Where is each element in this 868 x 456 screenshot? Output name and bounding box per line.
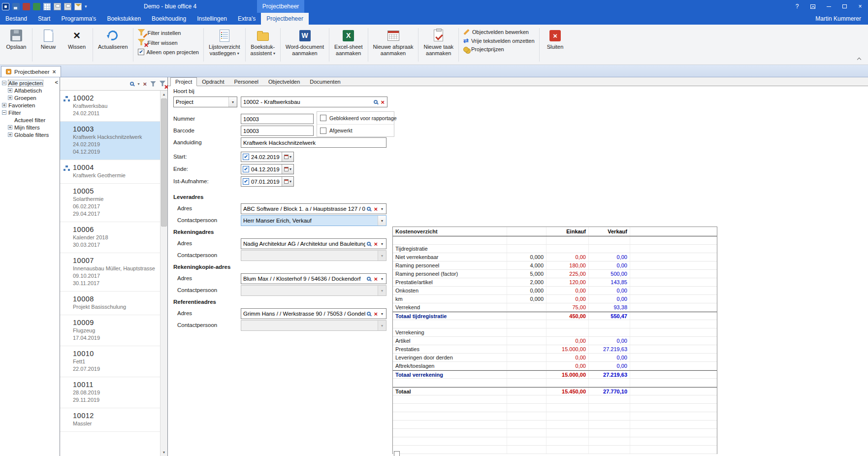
- qat-print-preview-icon[interactable]: [64, 3, 71, 10]
- project-list-item[interactable]: 10012 Massler: [60, 408, 160, 432]
- chevron-down-icon[interactable]: ▾: [379, 242, 385, 246]
- collapse-expander-icon[interactable]: [2, 81, 6, 85]
- chevron-down-icon[interactable]: ▾: [379, 207, 385, 211]
- tree-item-mijn-filters[interactable]: Mijn filters: [0, 124, 60, 131]
- alleen-open-projecten-checkbox[interactable]: Alleen open projecten: [138, 49, 199, 55]
- menu-tab[interactable]: Boekstukken: [101, 13, 146, 25]
- qat-journal-green-icon[interactable]: [33, 3, 40, 10]
- project-list-item[interactable]: 10002 Kraftwerksbau 24.02.2011: [60, 91, 160, 122]
- tab-close-icon[interactable]: ×: [53, 68, 56, 75]
- menu-tab[interactable]: Boekhouding: [146, 13, 192, 25]
- project-list-item[interactable]: 10006 Kalender 2018 30.03.2017: [60, 222, 160, 253]
- collapse-ribbon-chevron-icon[interactable]: [857, 57, 861, 61]
- ende-date-picker[interactable]: 04.12.2019 ▾: [241, 164, 294, 174]
- checkbox-checked-icon[interactable]: [243, 166, 249, 172]
- menu-tab[interactable]: Bestand: [0, 13, 32, 25]
- word-document-aanmaken-button[interactable]: W Word-document aanmaken: [282, 26, 327, 59]
- project-search-input[interactable]: [62, 79, 127, 89]
- search-options-chevron-icon[interactable]: ▾: [137, 82, 139, 86]
- nieuwe-taak-aanmaken-button[interactable]: Nieuwe taak aanmaken: [420, 26, 457, 59]
- geblokkeerd-checkbox[interactable]: Geblokkeerd voor rapportage: [317, 112, 394, 124]
- project-list-item[interactable]: 10005 Solarthermie 06.02.2017 29.04.2017: [60, 184, 160, 222]
- qat-print-icon[interactable]: [54, 3, 61, 10]
- opslaan-button[interactable]: Opslaan: [2, 26, 31, 52]
- checkbox-checked-icon[interactable]: [243, 154, 249, 160]
- search-icon[interactable]: [130, 82, 134, 86]
- tree-item-actueel-filter[interactable]: Actueel filter: [0, 116, 60, 124]
- calendar-dropdown-button[interactable]: ▾: [282, 152, 293, 162]
- ist-aufnahme-date-picker[interactable]: 07.01.2019 ▾: [241, 176, 294, 187]
- leveradres-contact-combo[interactable]: Herr Manser Erich, Verkauf ▾: [241, 215, 386, 226]
- scroll-up-icon[interactable]: ▲: [161, 91, 167, 98]
- project-list-item[interactable]: 10011 28.08.2019 29.11.2019: [60, 377, 160, 408]
- rekeningkopie-contact-combo[interactable]: ▾: [241, 285, 386, 296]
- project-list-item[interactable]: 10003 Kraftwerk Hackschnitzelwerk 24.02.…: [60, 122, 160, 160]
- nieuwe-afspraak-aanmaken-button[interactable]: Nieuwe afspraak aanmaken: [370, 26, 417, 59]
- referentieadres-field[interactable]: Grimm Hans / / Werkstrasse 90 / 75053 / …: [241, 308, 386, 319]
- clear-field-icon[interactable]: ×: [372, 241, 379, 247]
- hoort-bij-field[interactable]: 10002 - Kraftwerksbau ×: [241, 97, 387, 107]
- tree-item-alfabetisch[interactable]: Alfabetisch: [0, 87, 60, 94]
- minimize-button[interactable]: [821, 0, 836, 13]
- barcode-input[interactable]: [241, 126, 314, 136]
- scroll-down-icon[interactable]: ▼: [161, 449, 167, 456]
- ribbon-options-button[interactable]: [805, 0, 821, 13]
- nieuw-button[interactable]: Nieuw: [34, 26, 63, 52]
- rekeningkopie-adres-field[interactable]: Blum Max / / Klosterhof 9 / 54636 / Dock…: [241, 273, 386, 284]
- chevron-down-icon[interactable]: ▾: [379, 277, 385, 281]
- calendar-dropdown-button[interactable]: ▾: [282, 177, 293, 186]
- projectbeheer-document-tab[interactable]: Projectbeheer ×: [1, 66, 61, 77]
- tree-item-alle-projecten[interactable]: Alle projecten: [0, 79, 60, 87]
- expand-expander-icon[interactable]: [8, 125, 12, 130]
- chevron-down-icon[interactable]: ▾: [379, 312, 385, 316]
- project-list-item[interactable]: 10004 Kraftwerk Geothermie: [60, 160, 160, 184]
- collapse-expander-icon[interactable]: [2, 110, 6, 115]
- filter-icon[interactable]: [150, 81, 156, 87]
- qat-customize-chevron-icon[interactable]: ▾: [85, 4, 87, 9]
- project-list-item[interactable]: 10009 Flugzeug 17.04.2019: [60, 315, 160, 346]
- scrollbar-thumb[interactable]: [161, 98, 167, 227]
- start-date-picker[interactable]: 24.02.2019 ▾: [241, 152, 294, 162]
- hoort-bij-type-combo[interactable]: Project ▾: [173, 97, 237, 107]
- tree-item-favorieten[interactable]: Favorieten: [0, 101, 60, 109]
- referentie-contact-combo[interactable]: ▾: [241, 320, 386, 331]
- maximize-button[interactable]: [836, 0, 852, 13]
- clear-field-icon[interactable]: ×: [379, 99, 386, 105]
- help-button[interactable]: ?: [789, 0, 805, 13]
- qat-table-icon[interactable]: [43, 3, 51, 10]
- clear-field-icon[interactable]: ×: [372, 311, 379, 317]
- lijstoverzicht-vastleggen-button[interactable]: Lijstoverzicht vastleggen▾: [205, 26, 244, 59]
- qat-journal-red-icon[interactable]: [23, 3, 30, 10]
- detail-tab[interactable]: Opdracht: [197, 77, 229, 86]
- lookup-button[interactable]: [365, 277, 372, 281]
- checkbox-checked-icon[interactable]: [243, 178, 249, 185]
- menu-tab[interactable]: Programma's: [56, 13, 101, 25]
- qat-save-icon[interactable]: [12, 3, 20, 10]
- tree-collapse-button[interactable]: <: [55, 79, 58, 85]
- qat-mail-icon[interactable]: [74, 3, 82, 10]
- clear-field-icon[interactable]: ×: [372, 276, 379, 282]
- clear-filter-button[interactable]: [160, 79, 165, 88]
- expand-expander-icon[interactable]: [8, 96, 12, 100]
- lookup-button[interactable]: [372, 100, 379, 104]
- sluiten-button[interactable]: × Sluiten: [541, 26, 570, 52]
- expand-expander-icon[interactable]: [8, 132, 12, 137]
- nummer-input[interactable]: [241, 114, 314, 124]
- filter-wissen-button[interactable]: Filter wissen: [138, 39, 199, 46]
- leveradres-field[interactable]: ABC Software / Block 1. a / Hauptstrasse…: [241, 203, 386, 214]
- menu-tab[interactable]: Projectbeheer: [261, 13, 309, 25]
- aanduiding-input[interactable]: [241, 137, 386, 148]
- detail-tab[interactable]: Personeel: [229, 77, 264, 86]
- detail-tab[interactable]: Documenten: [305, 77, 345, 86]
- menu-tab[interactable]: Extra's: [232, 13, 261, 25]
- clipped-checkbox[interactable]: [394, 451, 400, 456]
- menu-tab[interactable]: Instellingen: [192, 13, 232, 25]
- rekeningadres-contact-combo[interactable]: ▾: [241, 250, 386, 261]
- clear-search-icon[interactable]: ×: [143, 81, 147, 87]
- excel-sheet-aanmaken-button[interactable]: X Excel-sheet aanmaken: [331, 26, 366, 59]
- boekstuk-assistent-button[interactable]: Boekstuk- assistent▾: [247, 26, 279, 59]
- menu-tab[interactable]: Start: [32, 13, 56, 25]
- project-list-item[interactable]: 10007 Innenausbau Müller, Hauptstrasse 0…: [60, 253, 160, 292]
- close-button[interactable]: ×: [852, 0, 868, 13]
- wissen-button[interactable]: × Wissen: [63, 26, 91, 52]
